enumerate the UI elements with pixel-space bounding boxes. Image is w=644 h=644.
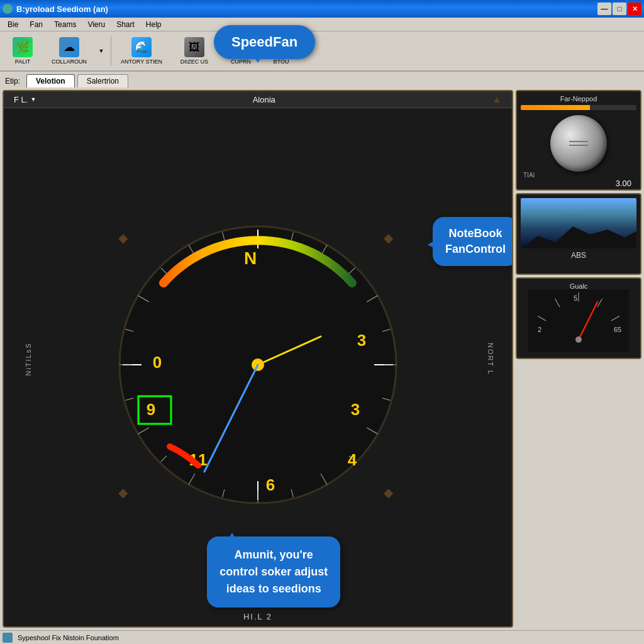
abs-label: ABS: [521, 251, 636, 260]
svg-text:◆: ◆: [118, 231, 128, 245]
mini-gauge-svg: 5 2 65: [528, 289, 629, 352]
svg-text:9: 9: [147, 400, 155, 419]
widget-far-neppod: Far-Neppod TIAI 3.00: [516, 90, 641, 191]
cuprn-label: CUPRN: [231, 58, 251, 65]
gauge-header: F L. ▼ Alonia ▲: [4, 91, 512, 108]
toolbar: 🌿 PALIT ☁ COLLAROUN ▼ 🌊 ANTORY STIEN 🖼 D…: [0, 31, 644, 72]
svg-text:◆: ◆: [118, 486, 128, 499]
menu-bar: Bie Fan Teams Vieru Shart Help: [0, 18, 644, 31]
antory-icon: 🌊: [131, 37, 152, 57]
status-bar: Sypeshool Fix Nistoin Founatiom: [0, 630, 644, 644]
toolbar-collaroun[interactable]: ☁ COLLAROUN: [44, 33, 94, 69]
palit-label: PALIT: [15, 58, 30, 65]
menu-shart[interactable]: Shart: [111, 19, 140, 30]
diizec-label: DIIZEC US: [180, 58, 209, 65]
far-neppod-title: Far-Neppod: [521, 95, 636, 103]
svg-text:5: 5: [574, 294, 577, 302]
svg-text:6: 6: [266, 475, 275, 494]
collaroun-icon: ☁: [59, 37, 79, 57]
menu-help[interactable]: Help: [141, 19, 167, 30]
svg-text:◆: ◆: [384, 231, 394, 245]
widget-gualc: Gualc 5: [516, 277, 641, 359]
title-bar: B:yroload Seediom (an) — □ ✕: [0, 0, 644, 18]
main-gauge-container: F L. ▼ Alonia ▲ NiTILsS NORT L ◆ ◆ ◆ ◆: [3, 90, 513, 628]
status-icon: [3, 633, 13, 643]
toolbar-diizec[interactable]: 🖼 DIIZEC US: [169, 33, 219, 69]
antory-label: ANTORY STIEN: [121, 58, 162, 65]
svg-text:2: 2: [538, 326, 541, 333]
minimize-button[interactable]: —: [597, 3, 611, 15]
svg-text:0: 0: [153, 353, 162, 372]
notebook-fan-tooltip: NoteBook FanControl: [433, 217, 513, 266]
menu-teams[interactable]: Teams: [49, 19, 81, 30]
knob-indicator: [521, 105, 636, 110]
knob-line-1: [569, 141, 588, 142]
svg-text:65: 65: [614, 326, 621, 333]
knob-line-2: [569, 145, 588, 146]
menu-vieru[interactable]: Vieru: [82, 19, 110, 30]
svg-text:4: 4: [348, 450, 357, 469]
app-icon: [3, 4, 13, 14]
close-button[interactable]: ✕: [628, 3, 641, 15]
maximize-button[interactable]: □: [613, 3, 626, 15]
toolbar-antory[interactable]: 🌊 ANTORY STIEN: [116, 33, 167, 69]
knob-value: 3.00: [521, 179, 636, 188]
toolbar-separator: [111, 36, 111, 66]
speedfan-tooltip: SpeedFan: [214, 25, 315, 59]
knob-indicator-fill: [521, 105, 590, 110]
gauge-header-fl: F L. ▼: [14, 95, 36, 104]
title-bar-text: B:yroload Seediom (an): [3, 4, 108, 14]
svg-text:3: 3: [351, 400, 360, 419]
menu-fan[interactable]: Fan: [25, 19, 48, 30]
knob-lines: [569, 141, 588, 146]
tab-section: Etip: Velotion Salertrion: [0, 72, 644, 87]
title-controls: — □ ✕: [597, 3, 641, 15]
knob-area: [521, 105, 636, 172]
collaroun-label: COLLAROUN: [52, 58, 87, 65]
diizec-icon: 🖼: [184, 37, 204, 57]
widget-abs: ABS: [516, 193, 641, 275]
status-text: Sypeshool Fix Nistoin Founatiom: [18, 634, 119, 641]
palit-icon: 🌿: [13, 37, 33, 57]
corner-decoration: ▲: [492, 94, 502, 105]
mini-gauge-area: 5 2 65: [521, 292, 636, 349]
svg-text:3: 3: [357, 331, 366, 350]
btou-label: BTOU: [274, 58, 289, 65]
mountain-silhouette: [521, 217, 636, 248]
abs-image: [521, 198, 636, 248]
knob-sphere[interactable]: [550, 115, 607, 172]
tab-salertrion[interactable]: Salertrion: [77, 74, 128, 87]
right-panel: Far-Neppod TIAI 3.00: [516, 90, 641, 628]
gauge-bottom-label: HI.L 2: [243, 612, 272, 621]
gauge-header-alonia: Alonia: [253, 95, 275, 104]
compass-svg: ◆ ◆ ◆ ◆: [107, 220, 409, 509]
tab-section-label: Etip:: [5, 77, 20, 86]
amunit-tooltip: Amunit, you're control soker adjust idea…: [207, 536, 340, 608]
toolbar-dropdown[interactable]: ▼: [97, 47, 106, 55]
instrument-panel: F L. ▼ Alonia ▲ NiTILsS NORT L ◆ ◆ ◆ ◆: [0, 87, 644, 630]
amunit-text: Amunit, you're control soker adjust idea…: [219, 548, 328, 595]
tab-velotion[interactable]: Velotion: [26, 74, 75, 87]
main-content: Etip: Velotion Salertrion F L. ▼ Alonia …: [0, 72, 644, 630]
svg-text:N: N: [244, 248, 257, 268]
knob-sublabel: TIAI: [521, 172, 636, 179]
toolbar-palit[interactable]: 🌿 PALIT: [4, 33, 42, 69]
window-title: B:yroload Seediom (an): [16, 4, 108, 14]
menu-bie[interactable]: Bie: [3, 19, 23, 30]
svg-text:◆: ◆: [384, 486, 394, 499]
svg-point-54: [575, 336, 582, 343]
